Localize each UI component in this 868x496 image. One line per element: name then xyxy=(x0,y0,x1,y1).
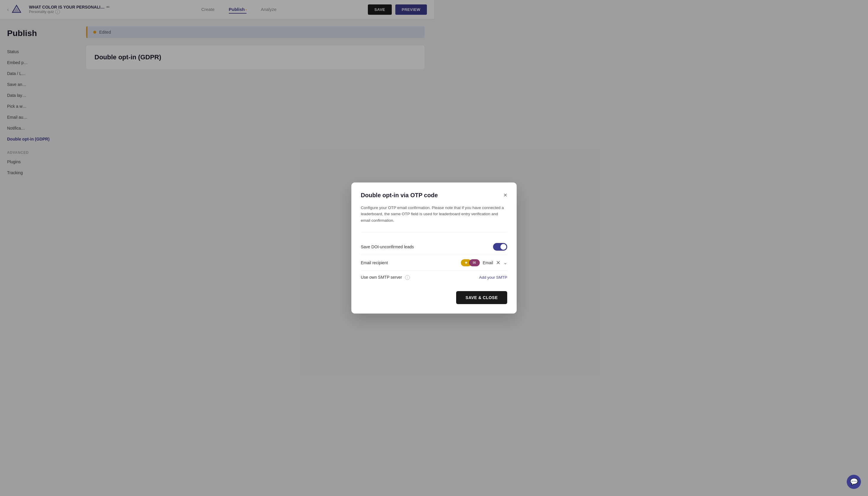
modal-title: Double opt-in via OTP code xyxy=(361,192,434,199)
modal-divider xyxy=(361,232,434,232)
modal-overlay[interactable]: Double opt-in via OTP code × Configure y… xyxy=(0,0,434,248)
modal-row-doi: Save DOI-unconfirmed leads xyxy=(361,239,434,248)
modal-header: Double opt-in via OTP code × xyxy=(361,192,434,199)
doi-leads-label: Save DOI-unconfirmed leads xyxy=(361,245,414,248)
modal-dialog: Double opt-in via OTP code × Configure y… xyxy=(351,183,434,248)
modal-description: Configure your OTP email confirmation. P… xyxy=(361,205,434,224)
